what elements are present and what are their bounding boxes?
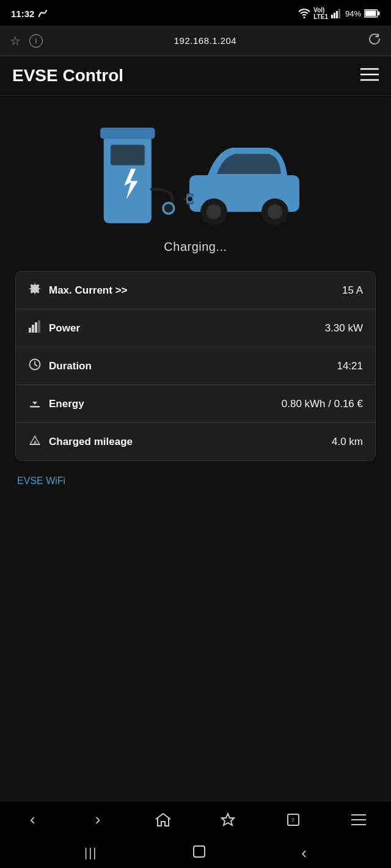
time-display: 11:32 xyxy=(11,9,34,19)
svg-rect-26 xyxy=(38,320,40,333)
stats-card: Max. Current >> 15 A Power 3.30 kW xyxy=(15,271,376,461)
svg-rect-2 xyxy=(336,11,338,18)
road-icon: A xyxy=(28,434,42,449)
back-gesture[interactable]: ‹ xyxy=(301,844,307,863)
chart-bars-icon xyxy=(28,320,42,336)
page-title: EVSE Control xyxy=(12,66,123,85)
svg-rect-0 xyxy=(331,15,333,18)
svg-rect-25 xyxy=(35,322,37,333)
tabs-button[interactable]: 7 xyxy=(281,808,305,832)
duration-row: Duration 14:21 xyxy=(16,347,375,385)
ev-illustration xyxy=(86,108,305,230)
svg-point-14 xyxy=(163,203,174,214)
svg-text:A: A xyxy=(34,440,37,444)
svg-rect-5 xyxy=(378,12,380,15)
bookmarks-button[interactable] xyxy=(216,808,240,832)
battery-percent: 94% xyxy=(345,9,361,18)
svg-marker-30 xyxy=(222,814,234,825)
recent-apps-gesture[interactable]: ||| xyxy=(84,846,98,860)
svg-rect-28 xyxy=(30,406,40,408)
download-icon xyxy=(28,396,42,411)
clock-icon xyxy=(28,358,42,374)
gear-icon xyxy=(28,283,42,298)
svg-rect-23 xyxy=(29,328,31,333)
status-icons-area: Vol)LTE1 94% xyxy=(298,7,380,20)
mileage-label: Charged mileage xyxy=(49,436,133,448)
charging-station-icon xyxy=(86,114,183,230)
svg-rect-24 xyxy=(32,325,34,333)
svg-rect-36 xyxy=(194,846,205,857)
s-curve-icon xyxy=(38,9,48,18)
home-button[interactable] xyxy=(151,808,175,832)
svg-text:7: 7 xyxy=(291,817,294,823)
status-time-area: 11:32 xyxy=(11,9,48,19)
power-row: Power 3.30 kW xyxy=(16,309,375,347)
home-gesture[interactable] xyxy=(192,845,206,861)
svg-rect-1 xyxy=(334,13,335,18)
address-bar[interactable]: 192.168.1.204 xyxy=(174,35,236,46)
power-label: Power xyxy=(49,322,80,335)
back-button[interactable]: ‹ xyxy=(20,808,45,832)
energy-value: 0.80 kWh / 0.16 € xyxy=(282,398,363,410)
hamburger-menu-icon[interactable] xyxy=(360,68,379,84)
svg-rect-13 xyxy=(100,128,155,139)
duration-value: 14:21 xyxy=(337,360,363,372)
mileage-row: A Charged mileage 4.0 km xyxy=(16,423,375,460)
gesture-bar: ||| ‹ xyxy=(0,837,391,868)
energy-label: Energy xyxy=(49,398,84,410)
energy-row: Energy 0.80 kWh / 0.16 € xyxy=(16,385,375,423)
app-header: EVSE Control xyxy=(0,56,391,96)
main-content: Charging... Max. Current >> 15 A xyxy=(0,96,391,801)
reload-button[interactable] xyxy=(368,32,381,49)
forward-button[interactable]: › xyxy=(86,808,110,832)
max-current-label: Max. Current >> xyxy=(49,284,128,297)
max-current-value: 15 A xyxy=(342,284,363,297)
power-value: 3.30 kW xyxy=(325,322,363,335)
svg-rect-11 xyxy=(111,145,145,165)
info-icon[interactable]: i xyxy=(29,34,43,48)
car-icon xyxy=(183,126,305,230)
more-menu-button[interactable] xyxy=(346,808,371,832)
duration-label: Duration xyxy=(49,360,92,372)
wifi-icon xyxy=(298,9,310,18)
browser-bar: ☆ i 192.168.1.204 xyxy=(0,26,391,56)
signal-bars-icon xyxy=(331,9,342,18)
mileage-value: 4.0 km xyxy=(332,436,363,448)
evse-wifi-link[interactable]: EVSE WiFi xyxy=(17,476,65,486)
svg-rect-6 xyxy=(365,11,376,16)
svg-point-19 xyxy=(268,204,282,219)
star-icon[interactable]: ☆ xyxy=(10,34,21,48)
charging-status-text: Charging... xyxy=(164,240,227,254)
max-current-row[interactable]: Max. Current >> 15 A xyxy=(16,272,375,309)
bottom-navigation: ‹ › 7 xyxy=(0,801,391,837)
svg-rect-3 xyxy=(338,9,340,18)
status-bar: 11:32 Vol)LTE1 94% xyxy=(0,0,391,26)
lte-label: Vol)LTE1 xyxy=(313,7,328,20)
svg-point-17 xyxy=(206,204,221,219)
battery-icon xyxy=(364,9,380,18)
svg-point-21 xyxy=(187,196,193,202)
